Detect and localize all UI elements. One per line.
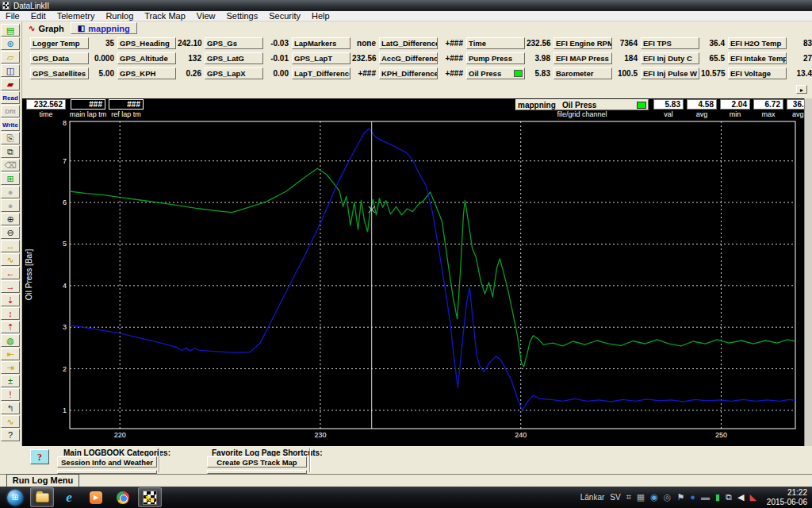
channel-cell: EFI Engine RPM7364 — [553, 37, 641, 49]
device-tray-icon[interactable]: ▬ — [701, 493, 710, 502]
menu-telemetry[interactable]: Telemetry — [52, 11, 101, 21]
usb-tray-icon[interactable]: ▮ — [715, 493, 720, 502]
menu-track-map[interactable]: Track Map — [139, 11, 191, 21]
start-button[interactable]: ⊞ — [3, 487, 27, 507]
run-log-menu-tab[interactable]: Run Log Menu — [6, 474, 79, 487]
channel-button-efi-h2o-temp[interactable]: EFI H2O Temp — [728, 37, 787, 49]
menu-file[interactable]: File — [0, 11, 25, 21]
channel-button-gps-lapx[interactable]: GPS_LapX — [205, 67, 263, 79]
show-hidden-icons-icon[interactable]: ⌗ — [626, 493, 631, 502]
channel-button-oil-press[interactable]: Oil Press — [466, 67, 525, 79]
channel-button-gps-kph[interactable]: GPS_KPH — [117, 67, 176, 79]
channel-label: GPS_Gs — [207, 39, 237, 48]
toolbar-save-file-icon[interactable]: ◫ — [1, 64, 20, 77]
plot-background[interactable] — [22, 119, 804, 446]
datalink-racepak[interactable]: Rp — [138, 487, 162, 507]
mute-tray-icon[interactable]: ◣ — [749, 493, 756, 502]
menu-help[interactable]: Help — [306, 11, 335, 21]
channel-button-efi-engine-rpm[interactable]: EFI Engine RPM — [553, 37, 612, 49]
channel-button-lapt-difference[interactable]: LapT_Difference — [292, 67, 350, 79]
grid-column-6: Time232.56Pump Press3.98Oil Press5.83 — [466, 37, 553, 98]
channel-value: 0.26 — [176, 69, 201, 78]
channel-value: +### — [438, 69, 463, 78]
menu-runlog[interactable]: Runlog — [100, 11, 139, 21]
active-file-name: mappning — [518, 101, 562, 110]
channel-button-gps-altitude[interactable]: GPS_Altitude — [117, 52, 176, 64]
help-button[interactable]: ? — [30, 449, 49, 464]
channel-cell: EFI Inj Pulse W10.575 — [641, 67, 728, 79]
menu-view[interactable]: View — [191, 11, 221, 21]
tab-mappning[interactable]: ◧ mappning — [71, 22, 137, 34]
channel-button-gps-lapt[interactable]: GPS_LapT — [292, 52, 350, 64]
explorer-folder-icon — [36, 493, 49, 502]
channel-button-accg-difference[interactable]: AccG_Difference — [379, 52, 438, 64]
channel-button-kph-difference[interactable]: KPH_Difference — [379, 67, 438, 79]
channel-button-efi-tps[interactable]: EFI TPS — [641, 37, 699, 49]
channel-cell: GPS_LatG-0.01 — [205, 52, 292, 64]
channel-cell: EFI H2O Temp83 — [728, 37, 812, 49]
channel-label: Time — [469, 39, 486, 48]
channel-cell: GPS_Altitude132 — [117, 52, 205, 64]
toolbar-upload-run-icon[interactable]: ▰ — [1, 78, 20, 90]
channel-button-gps-gs[interactable]: GPS_Gs — [205, 37, 263, 49]
title-bar[interactable]: DataLinkII — [0, 0, 812, 11]
update-tray-icon[interactable]: ◉ — [650, 493, 658, 502]
channel-label: GPS_Altitude — [120, 54, 168, 63]
vertical-scrollbar[interactable] — [804, 98, 812, 446]
channel-value: none — [350, 39, 376, 48]
channel-button-barometer[interactable]: Barometer — [553, 67, 612, 79]
menu-security[interactable]: Security — [263, 11, 306, 21]
channel-label: EFI Engine RPM — [556, 39, 612, 48]
channel-value: 83 — [787, 39, 812, 48]
media-player[interactable]: ▶ — [84, 487, 108, 507]
channel-button-gps-heading[interactable]: GPS_Heading — [117, 37, 176, 49]
toolbar-telemetry-world-icon[interactable]: ⊛ — [1, 37, 20, 50]
steam-tray-icon[interactable]: ● — [690, 493, 695, 502]
tab-graph[interactable]: ∿ Graph — [22, 22, 71, 34]
flag-action-center-icon[interactable]: ⚑ — [676, 493, 684, 502]
channel-button-pump-press[interactable]: Pump Press — [466, 52, 525, 64]
channel-button-efi-map-press[interactable]: EFI MAP Press — [553, 52, 612, 64]
channel-label: EFI MAP Press — [556, 54, 609, 63]
toolbar-new-run-icon[interactable]: ▤ — [1, 24, 20, 37]
toolbar-read-logger-button[interactable]: Read — [1, 91, 20, 104]
dual-screen-tray-icon[interactable]: ⧉ — [726, 493, 732, 502]
channel-button-efi-inj-pulse-w[interactable]: EFI Inj Pulse W — [641, 67, 699, 79]
oil-press-chart[interactable]: 22023024025012345678Oil Press [Bar] — [0, 119, 812, 446]
channel-value: 3.98 — [525, 54, 550, 63]
channel-button-efi-voltage[interactable]: EFI Voltage — [728, 67, 787, 79]
menu-bar: FileEditTelemetryRunlogTrack MapViewSett… — [0, 11, 812, 21]
channel-label: EFI Voltage — [730, 69, 771, 78]
volume-tray-icon[interactable]: ◀ — [737, 493, 744, 502]
network-tray-icon[interactable]: ◎ — [664, 493, 672, 502]
windows-explorer[interactable] — [30, 487, 54, 507]
logbook-panel: ? Main LOGBOOK Categories: Session Info … — [0, 446, 812, 474]
channel-button-gps-satellites[interactable]: GPS_Satellites — [30, 67, 89, 79]
internet-explorer[interactable]: e — [57, 487, 81, 507]
create-gps-track-map-button[interactable]: Create GPS Track Map — [207, 456, 307, 468]
links-toolbar-label[interactable]: Länkar — [580, 493, 605, 502]
menu-settings[interactable]: Settings — [220, 11, 263, 21]
windows-taskbar: ⊞e▶Rp LänkarSV⌗▦◉◎⚑●▬▮⧉◀◣21:222015-06-06 — [0, 487, 812, 508]
time-label: time — [26, 110, 66, 118]
channel-button-gps-latg[interactable]: GPS_LatG — [205, 52, 263, 64]
channel-button-latg-difference[interactable]: LatG_Difference — [379, 37, 438, 49]
channel-button-lapmarkers[interactable]: LapMarkers — [292, 37, 350, 49]
stat-avg-label: avg — [687, 110, 717, 118]
channel-button-efi-intake-temp[interactable]: EFI Intake Temp — [728, 52, 787, 64]
grid-scroll-right-button[interactable]: ▸ — [796, 85, 807, 94]
channel-button-time[interactable]: Time — [466, 37, 525, 49]
panel-divider-2 — [309, 448, 311, 472]
language-indicator[interactable]: SV — [610, 493, 620, 502]
channel-button-logger-temp[interactable]: Logger Temp — [30, 37, 89, 49]
display-tray-icon[interactable]: ▦ — [637, 493, 645, 502]
channel-button-gps-data[interactable]: GPS_Data — [30, 52, 89, 64]
chrome[interactable] — [111, 487, 135, 507]
menu-edit[interactable]: Edit — [25, 11, 52, 21]
session-info-button[interactable]: Session Info and Weather — [57, 456, 157, 468]
active-channel-bar[interactable]: mappning Oil Press — [515, 99, 649, 110]
toolbar-open-file-icon[interactable]: ▱ — [1, 51, 20, 64]
channel-button-efi-inj-duty-c[interactable]: EFI Inj Duty C — [641, 52, 699, 64]
toolbar-default-config-button[interactable]: Dflt — [1, 105, 20, 117]
clock[interactable]: 21:222015-06-06 — [762, 488, 807, 507]
